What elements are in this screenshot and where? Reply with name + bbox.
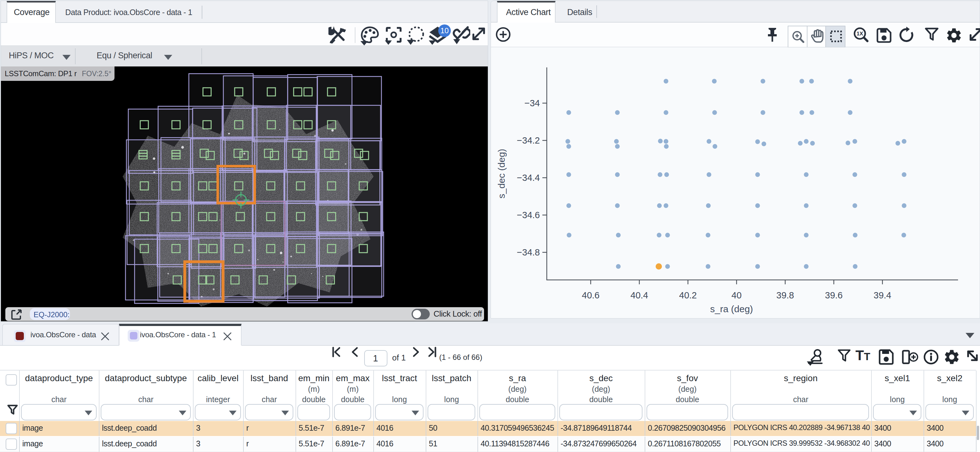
svg-text:s_ra (deg): s_ra (deg) <box>710 304 753 314</box>
svg-text:40.6: 40.6 <box>582 290 600 300</box>
svg-text:−34: −34 <box>525 98 540 108</box>
svg-text:−34.8: −34.8 <box>517 247 540 257</box>
svg-text:−34.6: −34.6 <box>517 210 540 220</box>
svg-text:−34.2: −34.2 <box>517 135 540 146</box>
svg-text:1X: 1X <box>857 31 863 36</box>
svg-text:39.8: 39.8 <box>776 290 794 300</box>
svg-text:40.4: 40.4 <box>630 290 648 300</box>
svg-text:−34.4: −34.4 <box>517 173 540 183</box>
svg-text:40.2: 40.2 <box>679 290 697 300</box>
svg-text:s_dec (deg): s_dec (deg) <box>496 149 507 198</box>
svg-text:39.6: 39.6 <box>825 290 843 300</box>
svg-text:40: 40 <box>732 290 741 300</box>
svg-text:39.4: 39.4 <box>873 290 891 300</box>
